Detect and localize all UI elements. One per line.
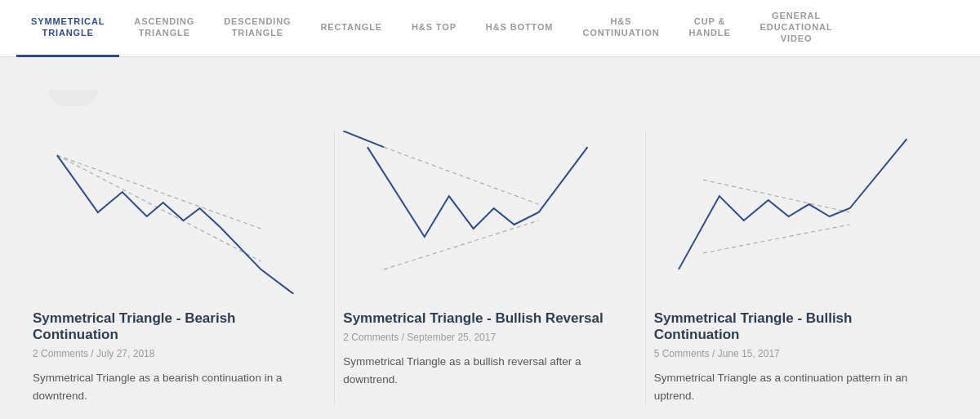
- card-bullish-reversal[interactable]: Symmetrical Triangle - Bullish Reversal …: [335, 131, 645, 404]
- card-bullish-continuation[interactable]: Symmetrical Triangle - Bullish Continuat…: [646, 131, 956, 404]
- svg-line-0: [57, 155, 261, 229]
- chart-bullish-reversal: [343, 131, 620, 294]
- card-meta-3: 5 Comments / June 15, 2017: [654, 348, 931, 359]
- card-desc-3: Symmetrical Triangle as a continuation p…: [654, 369, 931, 404]
- card-title-2: Symmetrical Triangle - Bullish Reversal: [343, 310, 620, 327]
- card-title-3: Symmetrical Triangle - Bullish Continuat…: [654, 310, 931, 343]
- card-desc-2: Symmetrical Triangle as a bullish revers…: [343, 353, 620, 388]
- card-desc-1: Symmetrical Triangle as a bearish contin…: [33, 369, 310, 404]
- svg-line-3: [384, 221, 539, 270]
- nav-item-0[interactable]: SYMMETRICAL TRIANGLE: [16, 0, 119, 57]
- main-nav: SYMMETRICAL TRIANGLEASCENDING TRIANGLEDE…: [0, 0, 980, 57]
- card-meta-1: 2 Comments / July 27, 2018: [33, 348, 310, 359]
- nav-item-6[interactable]: H&S CONTINUATION: [568, 0, 674, 57]
- nav-item-7[interactable]: CUP & HANDLE: [674, 0, 745, 57]
- svg-line-2: [384, 147, 539, 204]
- cards-grid: Symmetrical Triangle - Bearish Continuat…: [24, 131, 956, 404]
- chart-bullish-continuation: [654, 131, 931, 294]
- content-area: Symmetrical Triangle - Bearish Continuat…: [0, 57, 980, 419]
- svg-line-5: [703, 225, 850, 253]
- nav-item-4[interactable]: H&S TOP: [397, 0, 471, 57]
- svg-line-1: [57, 155, 261, 261]
- nav-item-5[interactable]: H&S BOTTOM: [471, 0, 568, 57]
- nav-item-2[interactable]: DESCENDING TRIANGLE: [209, 0, 305, 57]
- card-title-1: Symmetrical Triangle - Bearish Continuat…: [33, 310, 310, 343]
- nav-item-3[interactable]: RECTANGLE: [305, 0, 397, 57]
- card-meta-2: 2 Comments / September 25, 2017: [343, 332, 620, 343]
- decorative-bump: [49, 90, 98, 106]
- nav-item-1[interactable]: ASCENDING TRIANGLE: [119, 0, 209, 57]
- card-bearish-continuation[interactable]: Symmetrical Triangle - Bearish Continuat…: [24, 131, 335, 404]
- nav-item-8[interactable]: GENERAL EDUCATIONAL VIDEO: [746, 0, 848, 57]
- chart-bearish: [33, 131, 310, 294]
